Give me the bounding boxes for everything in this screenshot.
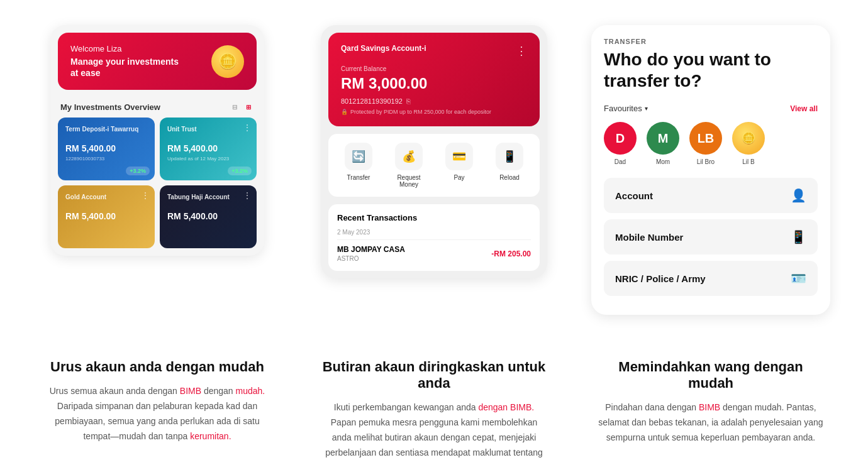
transfer-title: Who do you want to transfer to? <box>604 49 818 91</box>
contact-mom[interactable]: M Mom <box>647 122 679 165</box>
account-banner: Qard Savings Account-i ⋮ Current Balance… <box>328 33 540 126</box>
transfer-label: Transfer <box>347 174 370 181</box>
card-amount: RM 5,400.00 <box>65 143 147 153</box>
contact-lil-bro[interactable]: LB Lil Bro <box>689 122 722 165</box>
account-option-label: Account <box>615 190 653 201</box>
col1-investments: Welcome Liza Manage your investments at … <box>38 25 277 315</box>
favourites-row: Favourites ▾ View all <box>604 104 818 113</box>
coin-icon: 🪙 <box>211 45 244 78</box>
reload-action[interactable]: 📱 Reload <box>496 143 523 188</box>
welcome-text: Welcome Liza Manage your investments at … <box>70 44 184 79</box>
card-updated: Updated as of 12 May 2023 <box>167 156 249 162</box>
desc-text-1: Urus semua akaun anda dengan BIMB dengan… <box>44 384 270 444</box>
account-number: 8012128119390192 <box>341 97 403 105</box>
nric-icon: 🪪 <box>791 271 806 286</box>
card-title: Tabung Haji Account <box>167 193 249 201</box>
nric-option-label: NRIC / Police / Army <box>615 273 706 284</box>
view-toggle: ⊟ ⊞ <box>229 101 254 112</box>
welcome-name: Welcome Liza <box>70 44 184 53</box>
card-amount: RM 5,400.00 <box>167 211 249 221</box>
account-option-icon: 👤 <box>791 188 806 203</box>
contact-name-lil-b: Lil B <box>742 158 754 165</box>
transfer-icon: 🔄 <box>345 143 372 170</box>
shield-icon: 🔒 <box>341 109 348 115</box>
investments-grid: Term Deposit-i Tawarruq RM 5,400.00 1228… <box>58 118 257 248</box>
account-mockup: Qard Savings Account-i ⋮ Current Balance… <box>321 25 547 278</box>
transaction-amount: -RM 205.00 <box>491 249 531 258</box>
actions-row: 🔄 Transfer 💰 RequestMoney 💳 Pay 📱 Reload <box>328 134 540 197</box>
transaction-date: 2 May 2023 <box>337 229 531 240</box>
card-amount: RM 5,400.00 <box>65 211 147 221</box>
favourites-label: Favourites ▾ <box>604 104 648 113</box>
gold-account-card[interactable]: ⋮ Gold Account RM 5,400.00 <box>58 185 155 248</box>
account-option[interactable]: Account 👤 <box>604 178 818 213</box>
request-money-icon: 💰 <box>395 143 423 170</box>
balance-label: Current Balance <box>341 65 527 72</box>
contact-avatar-dad: D <box>604 122 637 155</box>
view-all-link[interactable]: View all <box>790 104 818 113</box>
chevron-down-icon: ▾ <box>645 105 648 112</box>
transfer-section-label: TRANSFER <box>604 38 818 45</box>
term-deposit-card[interactable]: Term Deposit-i Tawarruq RM 5,400.00 1228… <box>58 118 155 180</box>
contact-name-lil-bro: Lil Bro <box>697 158 715 165</box>
transactions-box: Recent Transactions 2 May 2023 MB JOMPAY… <box>328 204 540 271</box>
list-view-icon[interactable]: ⊟ <box>229 101 240 112</box>
copy-icon[interactable]: ⎘ <box>406 97 411 105</box>
highlight-mudah-1: mudah. <box>236 386 265 396</box>
nric-option[interactable]: NRIC / Police / Army 🪪 <box>604 261 818 296</box>
card-badge: +3.2% <box>228 167 252 175</box>
request-money-action[interactable]: 💰 RequestMoney <box>395 143 423 188</box>
investments-header: My Investments Overview ⊟ ⊞ <box>58 97 257 118</box>
tabung-haji-card[interactable]: ⋮ Tabung Haji Account RM 5,400.00 <box>160 185 257 248</box>
desc-text-3: Pindahan dana dengan BIMB dengan mudah. … <box>598 400 824 445</box>
col2-account: Qard Savings Account-i ⋮ Current Balance… <box>314 25 554 315</box>
transaction-row: MB JOMPAY CASA ASTRO -RM 205.00 <box>337 245 531 262</box>
highlight-kerumitan: kerumitan. <box>190 431 231 441</box>
contact-dad[interactable]: D Dad <box>604 122 637 165</box>
phone-mockup-1: Welcome Liza Manage your investments at … <box>50 25 264 256</box>
card-badge: +3.2% <box>126 167 150 175</box>
account-name: Qard Savings Account-i <box>341 44 426 53</box>
desc-section-3: Memindahkan wang dengan mudah Pindahan d… <box>591 359 830 460</box>
highlight-bimb-1: BIMB <box>180 386 201 396</box>
card-account: 12289010030733 <box>65 156 147 162</box>
protected-text: Protected by PIDM up to RM 250,000 for e… <box>350 109 491 115</box>
pay-action[interactable]: 💳 Pay <box>445 143 473 188</box>
account-menu-icon[interactable]: ⋮ <box>516 44 527 58</box>
welcome-banner: Welcome Liza Manage your investments at … <box>58 33 257 90</box>
account-balance: RM 3,000.00 <box>341 75 527 92</box>
highlight-bimb-2: dengan BIMB. <box>478 402 534 412</box>
card-title: Unit Trust <box>167 125 249 133</box>
favourites-text: Favourites <box>604 104 642 113</box>
transactions-title: Recent Transactions <box>337 213 531 222</box>
reload-icon: 📱 <box>496 143 523 170</box>
welcome-subtitle: Manage your investments at ease <box>70 56 184 79</box>
contact-lil-b[interactable]: 🪙 Lil B <box>732 122 765 165</box>
contact-avatar-lil-bro: LB <box>689 122 722 155</box>
transfer-screen: TRANSFER Who do you want to transfer to?… <box>591 25 830 315</box>
pay-icon: 💳 <box>445 143 473 170</box>
mobile-number-option-label: Mobile Number <box>615 232 683 243</box>
reload-label: Reload <box>499 174 520 181</box>
investments-title: My Investments Overview <box>60 102 160 112</box>
contact-avatar-mom: M <box>647 122 679 155</box>
desc-title-1: Urus akaun anda dengan mudah <box>44 359 270 375</box>
col3-transfer: TRANSFER Who do you want to transfer to?… <box>591 25 830 315</box>
bottom-descriptions: Urus akaun anda dengan mudah Urus semua … <box>0 340 868 460</box>
contact-avatar-lil-b: 🪙 <box>732 122 765 155</box>
card-title: Term Deposit-i Tawarruq <box>65 125 147 133</box>
desc-title-2: Butiran akaun diringkaskan untuk anda <box>321 359 547 392</box>
desc-text-2: Ikuti perkembangan kewangan anda dengan … <box>321 400 547 460</box>
card-amount: RM 5,400.00 <box>167 143 249 153</box>
card-title: Gold Account <box>65 193 147 201</box>
transaction-merchant: MB JOMPAY CASA <box>337 245 405 254</box>
desc-section-2: Butiran akaun diringkaskan untuk anda Ik… <box>314 359 554 460</box>
contact-name-dad: Dad <box>615 158 626 165</box>
transaction-left: MB JOMPAY CASA ASTRO <box>337 245 405 262</box>
request-money-label: RequestMoney <box>397 174 420 188</box>
transfer-action[interactable]: 🔄 Transfer <box>345 143 372 188</box>
mobile-number-option[interactable]: Mobile Number 📱 <box>604 219 818 255</box>
grid-view-icon[interactable]: ⊞ <box>243 101 254 112</box>
mobile-icon: 📱 <box>791 229 806 244</box>
unit-trust-card[interactable]: ⋮ Unit Trust RM 5,400.00 Updated as of 1… <box>160 118 257 180</box>
